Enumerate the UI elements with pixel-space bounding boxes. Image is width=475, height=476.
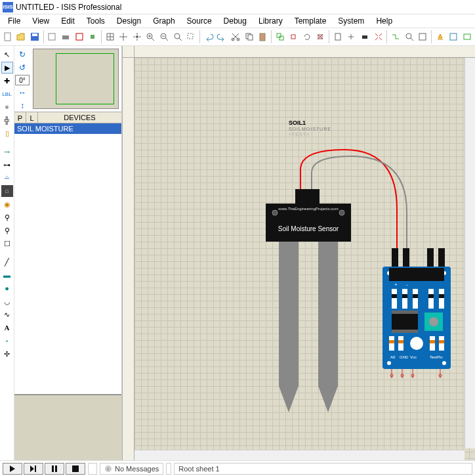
menu-view[interactable]: View bbox=[27, 15, 54, 27]
devices-l-button[interactable]: L bbox=[26, 112, 38, 123]
menu-design[interactable]: Design bbox=[112, 15, 146, 27]
menu-edit[interactable]: Edit bbox=[56, 15, 80, 27]
component-tool-icon[interactable]: ▶ bbox=[1, 62, 13, 74]
marker-tool-icon[interactable]: ✢ bbox=[1, 348, 13, 360]
zoom-area-icon[interactable] bbox=[184, 30, 197, 44]
origin-icon[interactable] bbox=[117, 30, 131, 44]
instrument-tool-icon[interactable]: ☐ bbox=[1, 238, 13, 249]
device-row[interactable]: SOIL MOISTURE bbox=[14, 123, 121, 134]
block-rotate-icon[interactable] bbox=[300, 30, 314, 44]
stop-button[interactable] bbox=[66, 463, 85, 475]
design-area[interactable]: SOIL1 SOILMOISTURE <TEXT> bbox=[134, 58, 475, 460]
devices-label: DEVICES bbox=[38, 114, 121, 121]
mark-icon[interactable] bbox=[73, 30, 86, 44]
zoom-in-icon[interactable] bbox=[144, 30, 157, 44]
block-copy-icon[interactable] bbox=[274, 30, 287, 44]
svg-rect-50 bbox=[439, 289, 444, 309]
graph-tool-icon[interactable]: ⩪ bbox=[1, 172, 13, 184]
save-file-icon[interactable] bbox=[28, 30, 41, 44]
menu-template[interactable]: Template bbox=[289, 15, 332, 27]
module-board[interactable]: + - bbox=[377, 248, 456, 379]
angle-input[interactable] bbox=[15, 75, 30, 85]
sheet-status[interactable]: Root sheet 1 bbox=[174, 463, 472, 475]
path-tool-icon[interactable]: ∿ bbox=[1, 309, 13, 320]
line-tool-icon[interactable]: ╱ bbox=[1, 256, 13, 268]
step-button[interactable] bbox=[24, 463, 43, 475]
menu-library[interactable]: Library bbox=[253, 15, 288, 27]
terminal-tool-icon[interactable]: ⊸ bbox=[1, 146, 13, 158]
overview-map[interactable] bbox=[33, 49, 119, 109]
copy-icon[interactable] bbox=[243, 30, 256, 44]
zoom-all-icon[interactable] bbox=[171, 30, 184, 44]
ares-icon[interactable] bbox=[461, 30, 474, 44]
new-file-icon[interactable] bbox=[1, 30, 14, 44]
decompose-icon[interactable] bbox=[372, 30, 385, 44]
rotate-cw-icon[interactable]: ↻ bbox=[16, 49, 28, 60]
selection-tool-icon[interactable]: ↖ bbox=[1, 49, 13, 60]
block-move-icon[interactable] bbox=[287, 30, 300, 44]
box-tool-icon[interactable]: ▬ bbox=[1, 269, 13, 281]
nav-area: ↻ ↺ ↔ ↕ bbox=[14, 46, 121, 112]
redo-icon[interactable] bbox=[216, 30, 229, 44]
canvas[interactable]: SOIL1 SOILMOISTURE <TEXT> bbox=[123, 46, 475, 460]
menu-source[interactable]: Source bbox=[182, 15, 217, 27]
cut-icon[interactable] bbox=[229, 30, 242, 44]
scrollbar-horizontal[interactable] bbox=[134, 450, 465, 460]
ruler-horizontal bbox=[134, 46, 475, 58]
menu-graph[interactable]: Graph bbox=[148, 15, 180, 27]
search-icon[interactable] bbox=[403, 30, 416, 44]
menu-file[interactable]: File bbox=[3, 15, 26, 27]
pin-tool-icon[interactable]: ⊶ bbox=[1, 159, 13, 171]
svg-rect-48 bbox=[428, 289, 434, 309]
netlist-icon[interactable] bbox=[447, 30, 461, 44]
svg-rect-18 bbox=[279, 36, 283, 40]
scrollbar-vertical[interactable] bbox=[465, 58, 475, 448]
rotate-ccw-icon[interactable]: ↺ bbox=[16, 62, 28, 74]
sensor-probe[interactable]: www.TheEngineeringProjects.com Soil Mois… bbox=[259, 189, 371, 425]
devices-list[interactable]: SOIL MOISTURE bbox=[14, 123, 121, 395]
tape-tool-icon[interactable]: □ bbox=[1, 185, 13, 197]
probe-v-tool-icon[interactable]: ⚲ bbox=[1, 211, 13, 223]
menu-system[interactable]: System bbox=[333, 15, 369, 27]
area-icon[interactable] bbox=[86, 30, 99, 44]
erc-icon[interactable] bbox=[434, 30, 447, 44]
devices-p-button[interactable]: P bbox=[14, 112, 26, 123]
undo-icon[interactable] bbox=[202, 30, 215, 44]
circle-tool-icon[interactable]: ● bbox=[1, 282, 13, 294]
wire-auto-icon[interactable] bbox=[389, 30, 402, 44]
subcircuit-tool-icon[interactable]: ▯ bbox=[1, 127, 13, 139]
menu-help[interactable]: Help bbox=[371, 15, 398, 27]
package-icon[interactable] bbox=[358, 30, 371, 44]
svg-point-39 bbox=[387, 361, 391, 365]
probe-i-tool-icon[interactable]: ⚲ bbox=[1, 225, 13, 236]
svg-rect-3 bbox=[49, 33, 55, 40]
property-icon[interactable] bbox=[416, 30, 429, 44]
play-button[interactable] bbox=[3, 463, 22, 475]
text-tool-icon[interactable]: A bbox=[1, 322, 13, 334]
junction-tool-icon[interactable]: ✚ bbox=[1, 75, 13, 87]
menu-tools[interactable]: Tools bbox=[81, 15, 110, 27]
generator-tool-icon[interactable]: ◉ bbox=[1, 198, 13, 210]
svg-rect-17 bbox=[277, 33, 281, 37]
bus-tool-icon[interactable]: ╬ bbox=[1, 114, 13, 126]
block-delete-icon[interactable] bbox=[314, 30, 327, 44]
pause-button[interactable] bbox=[45, 463, 64, 475]
menu-debug[interactable]: Debug bbox=[218, 15, 252, 27]
zoom-out-icon[interactable] bbox=[157, 30, 171, 44]
messages-status[interactable]: i No Messages bbox=[100, 463, 163, 475]
open-file-icon[interactable] bbox=[15, 30, 28, 44]
grid-icon[interactable] bbox=[104, 30, 117, 44]
arc-tool-icon[interactable]: ◡ bbox=[1, 295, 13, 307]
center-icon[interactable] bbox=[131, 30, 144, 44]
paste-icon[interactable] bbox=[256, 30, 269, 44]
print-icon[interactable] bbox=[59, 30, 72, 44]
import-icon[interactable] bbox=[46, 30, 59, 44]
symbol-tool-icon[interactable]: ▫ bbox=[1, 335, 13, 347]
flip-v-icon[interactable]: ↕ bbox=[16, 100, 28, 112]
flip-h-icon[interactable]: ↔ bbox=[16, 87, 28, 98]
pick-library-icon[interactable] bbox=[331, 30, 344, 44]
make-device-icon[interactable] bbox=[345, 30, 358, 44]
nav-tools: ↻ ↺ ↔ ↕ bbox=[14, 46, 30, 112]
label-tool-icon[interactable]: LBL bbox=[1, 88, 13, 100]
text-script-tool-icon[interactable]: ≡ bbox=[1, 101, 13, 113]
